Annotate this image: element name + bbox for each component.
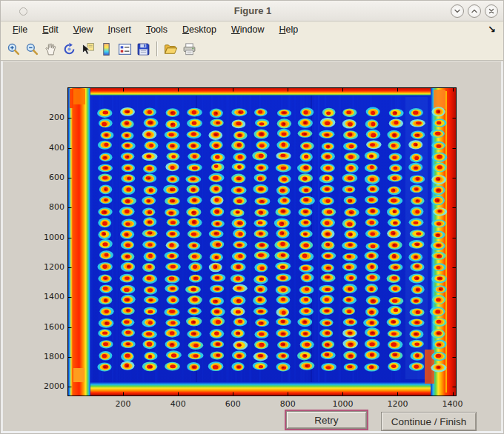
y-tick-label: 2000 [29,381,64,392]
retry-button[interactable]: Retry [286,411,367,429]
menu-item-view[interactable]: View [66,21,101,38]
open-icon [164,42,178,56]
y-tick-label: 600 [29,173,64,183]
close-button[interactable] [485,4,498,18]
menu-bar: FileEditViewInsertToolsDesktopWindowHelp… [1,21,504,38]
x-tick-label: 1400 [437,399,469,410]
y-tick-label: 1200 [29,262,64,273]
y-tick-label: 200 [29,113,64,123]
rotate-3d-icon [62,42,76,56]
menu-item-window[interactable]: Window [224,21,271,38]
pan-icon [44,42,58,56]
plate-image [68,88,456,395]
x-tick-label: 200 [107,399,139,410]
toolbar-button-print[interactable] [180,39,198,59]
data-cursor-icon [81,42,95,56]
y-tick-label: 1000 [29,233,64,243]
toolbar-button-zoom-in[interactable] [4,39,22,59]
window-border-bottom[interactable] [1,431,503,433]
toolbar-button-zoom-out[interactable] [23,39,41,59]
title-bar[interactable]: Figure 1 [1,1,504,21]
figure-window: Figure 1 FileEditViewInsertToolsDesktopW… [0,0,504,434]
toolbar-separator [156,41,158,56]
close-icon [487,7,496,16]
y-tick-label: 400 [29,143,64,153]
x-tick-label: 400 [162,399,194,410]
toolbar-button-rotate-3d[interactable] [60,39,78,59]
menu-item-tools[interactable]: Tools [139,21,175,38]
toolbar-button-data-cursor[interactable] [79,39,96,59]
menu-item-desktop[interactable]: Desktop [175,21,224,38]
x-tick-label: 800 [271,399,304,410]
x-tick-label: 600 [216,399,249,410]
toolbar-button-save[interactable] [134,39,152,59]
toolbar-button-open[interactable] [162,39,179,59]
toolbar-button-pan[interactable] [42,39,59,59]
colorbar-icon [99,42,113,56]
menu-item-insert[interactable]: Insert [101,21,139,38]
print-icon [182,42,196,56]
minimize-button[interactable] [451,4,464,18]
menu-item-edit[interactable]: Edit [35,21,66,38]
y-tick-label: 1400 [29,292,64,302]
window-title: Figure 1 [1,1,504,21]
continue-finish-button[interactable]: Continue / Finish [381,412,477,431]
retry-button-focus-ring: Retry [285,410,368,430]
axes [67,87,457,396]
menu-item-help[interactable]: Help [271,21,305,38]
y-tick-label: 800 [29,202,64,213]
dock-figure-icon[interactable]: ↘ [488,21,496,38]
toolbar-button-legend[interactable] [116,39,133,59]
y-tick-label: 1600 [29,322,64,333]
figure-toolbar [1,38,504,60]
x-tick-label: 1200 [381,399,414,410]
menu-item-file[interactable]: File [5,21,35,38]
y-tick-label: 1800 [29,352,64,362]
chevron-up-icon [470,7,479,16]
figure-canvas-area: 2004006008001000120014001600180020002004… [1,61,504,434]
chevron-down-icon [453,7,462,16]
maximize-button[interactable] [468,4,481,18]
window-border-right [501,61,503,433]
x-tick-label: 1000 [326,399,359,410]
save-icon [136,42,150,56]
toolbar-button-colorbar[interactable] [97,39,115,59]
zoom-out-icon [25,42,39,56]
window-border-left [1,61,3,433]
zoom-in-icon [7,42,21,56]
legend-icon [118,42,132,56]
